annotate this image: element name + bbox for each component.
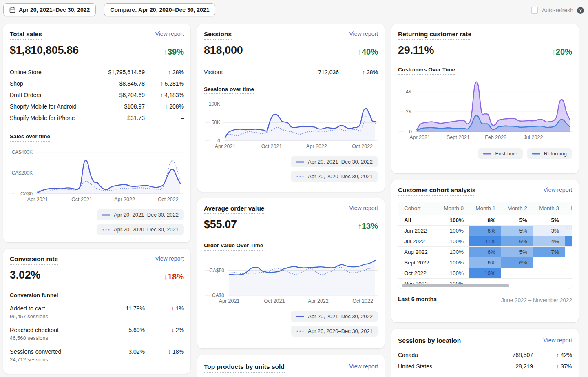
help-icon[interactable]: ? <box>577 7 584 14</box>
cohort-value-cell: 100% <box>438 247 469 257</box>
svg-text:0: 0 <box>409 129 412 135</box>
metric-row: Draft Orders$6,204.69↑ 4,183% <box>10 89 184 101</box>
cohort-value-cell: 6% <box>469 226 501 236</box>
funnel-step-delta: ↓ 2% <box>145 327 184 333</box>
metric-label: Shop <box>10 80 119 87</box>
customers-over-time-svg: 02K4KApr 2021Sept 2021Feb 2022Jul 2022 <box>398 79 573 141</box>
svg-text:CA$50: CA$50 <box>209 268 224 273</box>
cohort-value-cell: 6% <box>469 247 501 257</box>
svg-text:Oct 2021: Oct 2021 <box>261 144 282 149</box>
legend-pill: Apr 20, 2020–Dec 30, 2021 <box>291 171 378 182</box>
svg-text:Oct 2021: Oct 2021 <box>264 298 285 304</box>
sales-over-time-title: Sales over time <box>10 133 50 142</box>
returning-rate-delta: ↑20% <box>552 47 572 57</box>
cohort-row: Jul 2022100%11%6%4% <box>398 236 572 247</box>
auto-refresh-checkbox[interactable] <box>531 7 538 14</box>
cohort-horizontal-scrollbar[interactable] <box>402 284 509 287</box>
svg-text:4K: 4K <box>406 89 412 95</box>
legend-label: Apr 20, 2021–Dec 30, 2022 <box>114 212 179 218</box>
cohort-value-cell <box>501 279 533 289</box>
metric-label: Shopify Mobile for iPhone <box>10 115 127 121</box>
sales-over-time-svg: CA$0CA$200KCA$400KApr 2021Oct 2021Apr 20… <box>10 146 183 203</box>
location-title: Sessions by location <box>398 337 461 344</box>
cohort-value-cell <box>565 257 572 268</box>
funnel-step-label: Reached checkout <box>10 327 128 333</box>
cohort-header-cell: Month 0 <box>438 202 469 215</box>
cohort-value-cell <box>565 226 572 236</box>
cohort-value-cell: 100% <box>438 215 469 226</box>
svg-text:Apr 2022: Apr 2022 <box>114 197 135 202</box>
sessions-view-report-link[interactable]: View report <box>349 31 378 37</box>
date-range-button[interactable]: Apr 20, 2021–Dec 30, 2022 <box>3 3 96 16</box>
sessions-title: Sessions <box>204 31 232 40</box>
cohort-value-cell <box>565 215 572 226</box>
cohort-value-cell <box>565 268 572 279</box>
auto-refresh-label: Auto-refresh <box>542 7 573 13</box>
arrow-up-icon: ↑ <box>160 92 163 98</box>
dashboard-grid: Total sales View report $1,810,805.86 ↑3… <box>0 24 588 377</box>
svg-text:Jul 2022: Jul 2022 <box>524 135 543 140</box>
metric-value: $31.73 <box>127 115 145 121</box>
svg-text:Apr 2022: Apr 2022 <box>306 144 327 149</box>
calendar-icon <box>9 7 15 13</box>
cohort-value-cell: 10% <box>469 268 501 279</box>
metric-value: 28,219 <box>515 363 533 370</box>
svg-text:Oct 2022: Oct 2022 <box>352 298 373 304</box>
conversion-funnel-list: Added to cart96,457 sessions11.79%↓ 1%Re… <box>10 302 184 366</box>
returning-rate-value: 29.11% <box>398 44 434 57</box>
legend-label: Returning <box>544 151 567 157</box>
total-sales-view-report-link[interactable]: View report <box>155 31 184 37</box>
svg-text:Apr 2021: Apr 2021 <box>219 298 240 304</box>
legend-label: Apr 20, 2020–Dec 30, 2021 <box>114 226 179 233</box>
funnel-step-label: Sessions converted <box>10 348 128 355</box>
order-value-chart[interactable]: CA$0CA$50Apr 2021Oct 2021Apr 2022Oct 202… <box>204 255 378 306</box>
metric-value: $8,845.78 <box>119 80 145 87</box>
cohort-row-label: Sept 2022 <box>398 257 438 268</box>
metric-delta: ↑ 38% <box>145 69 184 75</box>
legend-pill: Apr 20, 2021–Dec 30, 2022 <box>291 311 378 322</box>
metric-delta: ↑ 208% <box>145 103 184 110</box>
metric-value: $1,795,614.69 <box>108 69 145 75</box>
legend-pill: Apr 20, 2020–Dec 30, 2021 <box>97 224 184 235</box>
legend-pill: Apr 20, 2021–Dec 30, 2022 <box>291 156 378 167</box>
aov-view-report-link[interactable]: View report <box>349 205 378 211</box>
compare-range-label: Compare: Apr 20, 2020–Dec 30, 2021 <box>110 7 209 13</box>
total-sales-breakdown: Online Store$1,795,614.69↑ 38%Shop$8,845… <box>10 67 184 124</box>
metric-delta: – <box>145 115 184 121</box>
cohort-value-cell: 6% <box>501 257 533 268</box>
metric-row: United States28,219↑ 37% <box>398 361 572 372</box>
cohort-row-label: Jun 2022 <box>398 226 438 236</box>
cohort-value-cell: 5% <box>501 215 533 226</box>
svg-text:Sept 2021: Sept 2021 <box>447 135 470 140</box>
sessions-over-time-chart[interactable]: 050K100KApr 2021Oct 2021Apr 2022Oct 2022 <box>204 98 378 151</box>
cohort-row-label: All <box>398 215 438 226</box>
sales-over-time-chart[interactable]: CA$0CA$200KCA$400KApr 2021Oct 2021Apr 20… <box>10 146 184 204</box>
sales-chart-legend: Apr 20, 2021–Dec 30, 2022Apr 20, 2020–De… <box>10 209 184 235</box>
metric-delta: ↑ 5,281% <box>145 80 184 87</box>
top-products-view-report-link[interactable]: View report <box>349 363 378 370</box>
conversion-rate-delta: ↓18% <box>164 272 184 282</box>
cohort-table-container: CohortMonth 0Month 1Month 2Month 3Month … <box>398 202 572 289</box>
cohort-value-cell: 100% <box>438 268 469 279</box>
cohort-value-cell <box>533 257 565 268</box>
customers-over-time-chart[interactable]: 02K4KApr 2021Sept 2021Feb 2022Jul 2022 <box>398 79 572 142</box>
conversion-view-report-link[interactable]: View report <box>155 255 184 262</box>
total-sales-delta: ↑39% <box>164 47 184 57</box>
cohort-view-report-link[interactable]: View report <box>543 186 572 193</box>
svg-text:Oct 2022: Oct 2022 <box>352 144 373 149</box>
svg-text:CA$200K: CA$200K <box>12 170 33 176</box>
location-view-report-link[interactable]: View report <box>543 337 572 344</box>
cohort-row: Oct 2022100%10% <box>398 268 572 279</box>
cohort-row: Aug 2022100%6%5%7% <box>398 247 572 257</box>
compare-range-button[interactable]: Compare: Apr 20, 2020–Dec 30, 2021 <box>104 3 215 16</box>
cohort-value-cell: 3% <box>533 226 565 236</box>
sessions-by-location-card: Sessions by location View report Canada7… <box>391 329 579 377</box>
order-value-over-time-title: Order Value Over Time <box>204 242 263 251</box>
svg-text:CA$400K: CA$400K <box>12 149 33 155</box>
cohort-value-cell <box>469 279 501 289</box>
metric-delta: ↑ 38% <box>339 69 378 75</box>
cohort-value-cell: 11% <box>469 236 501 247</box>
total-sales-card: Total sales View report $1,810,805.86 ↑3… <box>3 24 190 242</box>
cohort-header-cell: Month 2 <box>501 202 533 215</box>
cohort-range-dates: June 2022 – November 2022 <box>501 297 572 303</box>
